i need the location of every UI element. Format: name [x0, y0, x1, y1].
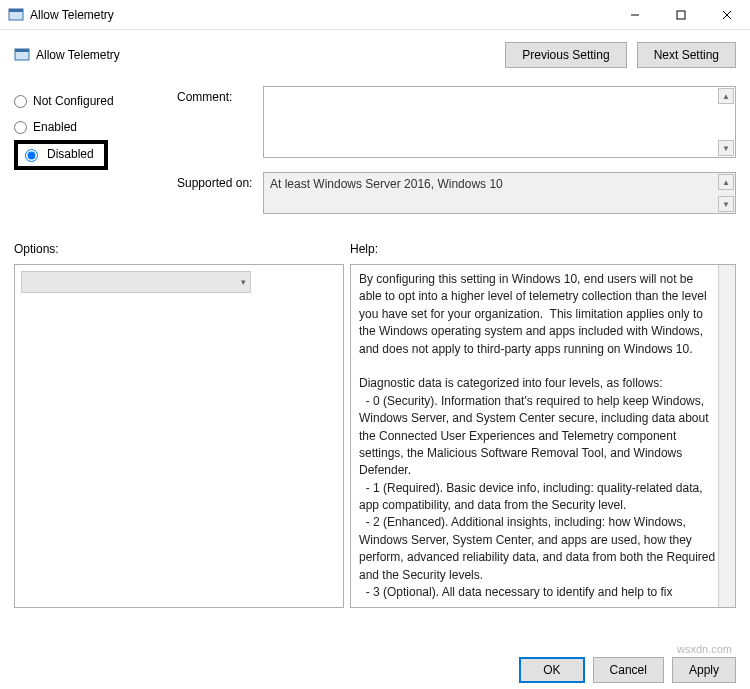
next-setting-button[interactable]: Next Setting [637, 42, 736, 68]
help-panel[interactable]: By configuring this setting in Windows 1… [350, 264, 736, 608]
window-titlebar: Allow Telemetry [0, 0, 750, 30]
comment-label: Comment: [177, 86, 263, 158]
close-button[interactable] [704, 0, 750, 30]
radio-disabled-input[interactable] [25, 149, 38, 162]
policy-title: Allow Telemetry [36, 48, 120, 62]
chevron-down-icon: ▾ [241, 277, 246, 287]
options-label: Options: [14, 242, 344, 264]
comment-textarea[interactable]: ▲ ▼ [263, 86, 736, 158]
svg-rect-3 [677, 11, 685, 19]
supported-on-label: Supported on: [177, 172, 263, 214]
window-title: Allow Telemetry [30, 8, 612, 22]
scroll-up-icon[interactable]: ▲ [718, 174, 734, 190]
help-scrollbar[interactable] [718, 265, 735, 607]
policy-header: Allow Telemetry Previous Setting Next Se… [14, 42, 736, 68]
help-label: Help: [350, 242, 736, 264]
state-radio-group: Not Configured Enabled Disabled [14, 86, 159, 228]
radio-enabled[interactable]: Enabled [14, 114, 159, 140]
options-dropdown[interactable]: ▾ [21, 271, 251, 293]
radio-disabled-highlight: Disabled [14, 140, 108, 170]
supported-on-value: At least Windows Server 2016, Windows 10 [270, 177, 503, 191]
scroll-up-icon[interactable]: ▲ [718, 88, 734, 104]
supported-on-text: At least Windows Server 2016, Windows 10… [263, 172, 736, 214]
svg-rect-7 [15, 49, 29, 52]
svg-rect-1 [9, 9, 23, 12]
scroll-down-icon[interactable]: ▼ [718, 140, 734, 156]
radio-not-configured[interactable]: Not Configured [14, 88, 159, 114]
radio-disabled-label: Disabled [47, 147, 94, 161]
cancel-button[interactable]: Cancel [593, 657, 664, 683]
policy-icon [14, 47, 30, 63]
apply-button[interactable]: Apply [672, 657, 736, 683]
help-text: By configuring this setting in Windows 1… [359, 271, 717, 601]
options-panel: ▾ [14, 264, 344, 608]
radio-enabled-label: Enabled [33, 120, 77, 134]
dialog-footer: OK Cancel Apply [519, 657, 736, 683]
scroll-down-icon[interactable]: ▼ [718, 196, 734, 212]
watermark: wsxdn.com [677, 643, 732, 655]
radio-not-configured-input[interactable] [14, 95, 27, 108]
radio-not-configured-label: Not Configured [33, 94, 114, 108]
minimize-button[interactable] [612, 0, 658, 30]
maximize-button[interactable] [658, 0, 704, 30]
previous-setting-button[interactable]: Previous Setting [505, 42, 626, 68]
app-icon [8, 7, 24, 23]
ok-button[interactable]: OK [519, 657, 584, 683]
radio-enabled-input[interactable] [14, 121, 27, 134]
